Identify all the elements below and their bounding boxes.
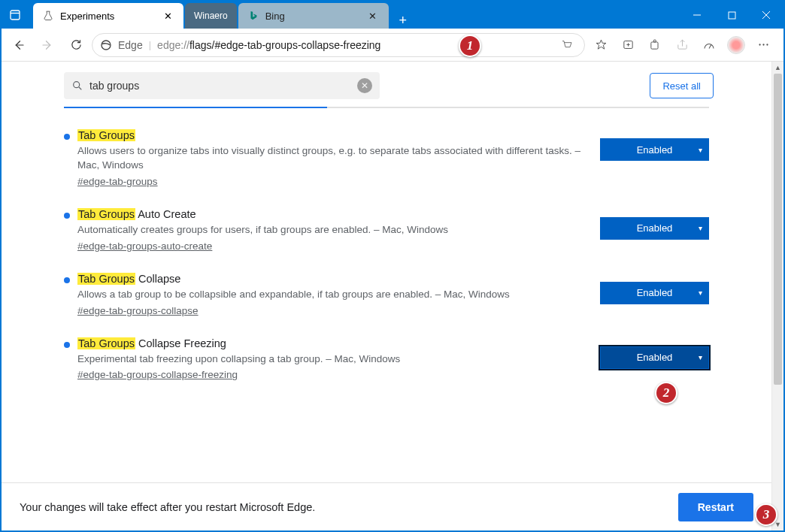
scroll-up-button[interactable]: ▲ [772, 62, 783, 74]
bing-icon [247, 10, 259, 22]
flag-title: Tab Groups [77, 129, 585, 141]
flag-item: Tab Groups Collapse FreezingExperimental… [64, 337, 709, 381]
flask-icon [42, 10, 54, 22]
flag-title: Tab Groups Collapse [77, 273, 585, 285]
tab-indicator [64, 107, 709, 108]
avatar-icon [727, 36, 745, 54]
new-tab-button[interactable]: + [390, 13, 416, 29]
chevron-down-icon: ▾ [699, 146, 702, 154]
flag-title: Tab Groups Collapse Freezing [77, 337, 585, 349]
title-bar: Experiments ✕ Winaero Bing ✕ + [2, 2, 783, 29]
annotation-badge-2: 2 [655, 382, 677, 404]
chevron-down-icon: ▾ [699, 289, 702, 297]
close-icon[interactable]: ✕ [161, 9, 174, 23]
favorites-button[interactable] [588, 32, 614, 58]
tab-actions-button[interactable] [2, 2, 29, 29]
vertical-scrollbar[interactable]: ▲ ▼ [771, 62, 783, 530]
profile-button[interactable] [723, 32, 749, 58]
flag-state-value: Enabled [637, 144, 673, 156]
svg-point-19 [74, 82, 80, 88]
tab-bing[interactable]: Bing ✕ [238, 3, 389, 29]
chevron-down-icon: ▾ [699, 224, 702, 232]
search-bar-row: ✕ Reset all [59, 72, 714, 99]
flag-description: Allows users to organize tabs into visua… [77, 144, 585, 173]
tab-label: Experiments [60, 11, 114, 22]
svg-point-16 [759, 44, 760, 45]
flag-state-value: Enabled [637, 352, 673, 363]
flags-page: ✕ Reset all Tab GroupsAllows users to or… [59, 62, 714, 461]
site-identity-label: Edge [118, 39, 143, 51]
flag-state-value: Enabled [637, 287, 673, 298]
svg-point-9 [102, 41, 111, 50]
svg-rect-4 [729, 12, 735, 19]
modified-indicator-icon [64, 342, 70, 348]
url-text: edge://flags/#edge-tab-groups-collapse-f… [157, 39, 380, 51]
flag-item: Tab Groups Auto CreateAutomatically crea… [64, 208, 709, 252]
flag-state-select[interactable]: Enabled▾ [600, 138, 709, 161]
tab-label: Winaero [194, 11, 228, 21]
flag-title: Tab Groups Auto Create [77, 208, 585, 220]
flag-anchor-link[interactable]: #edge-tab-groups-collapse-freezing [77, 369, 238, 380]
edge-logo-icon [100, 39, 112, 51]
scroll-thumb[interactable] [774, 74, 782, 385]
page-viewport: ✕ Reset all Tab GroupsAllows users to or… [2, 62, 771, 530]
modified-indicator-icon [64, 277, 70, 283]
forward-button[interactable] [35, 32, 60, 58]
annotation-badge-3: 3 [755, 503, 777, 526]
search-icon [71, 80, 83, 92]
svg-line-15 [709, 44, 711, 48]
flag-body: Tab GroupsAllows users to organize tabs … [77, 129, 600, 187]
flag-body: Tab Groups Auto CreateAutomatically crea… [77, 208, 600, 252]
toolbar: Edge | edge://flags/#edge-tab-groups-col… [2, 29, 783, 62]
annotation-badge-1: 1 [459, 35, 481, 57]
flag-item: Tab GroupsAllows users to organize tabs … [64, 129, 709, 187]
maximize-button[interactable] [714, 2, 749, 29]
tab-strip: Experiments ✕ Winaero Bing ✕ + [29, 2, 416, 29]
flag-anchor-link[interactable]: #edge-tab-groups [77, 176, 158, 187]
flag-description: Experimental tab freezing upon collapsin… [77, 352, 585, 367]
minimize-button[interactable] [680, 2, 714, 29]
svg-point-17 [762, 44, 764, 45]
flags-search-box[interactable]: ✕ [64, 72, 380, 99]
restart-button[interactable]: Restart [678, 493, 753, 521]
tab-label: Bing [265, 11, 285, 22]
restart-message: Your changes will take effect after you … [20, 501, 315, 513]
flags-list: Tab GroupsAllows users to organize tabs … [59, 108, 714, 461]
refresh-button[interactable] [63, 32, 89, 58]
close-window-button[interactable] [749, 2, 783, 29]
flag-body: Tab Groups Collapse FreezingExperimental… [77, 337, 600, 381]
performance-button[interactable] [696, 32, 722, 58]
share-button[interactable] [669, 32, 695, 58]
tab-winaero[interactable]: Winaero [185, 3, 237, 29]
flag-state-select[interactable]: Enabled▾ [600, 217, 709, 240]
extensions-button[interactable] [642, 32, 668, 58]
chevron-down-icon: ▾ [699, 353, 702, 361]
close-icon[interactable]: ✕ [366, 9, 380, 23]
flag-description: Allows a tab group to be collapsible and… [77, 288, 585, 302]
content-area: ✕ Reset all Tab GroupsAllows users to or… [2, 62, 783, 530]
flag-state-select[interactable]: Enabled▾ [600, 282, 709, 304]
restart-bar: Your changes will take effect after you … [2, 482, 771, 530]
svg-line-20 [79, 87, 81, 89]
browser-window: Experiments ✕ Winaero Bing ✕ + [0, 0, 785, 532]
svg-point-18 [766, 44, 768, 45]
collections-button[interactable] [615, 32, 641, 58]
shopping-icon[interactable] [557, 35, 577, 55]
reset-all-button[interactable]: Reset all [650, 73, 714, 98]
back-button[interactable] [6, 32, 32, 58]
search-input[interactable] [89, 80, 351, 92]
window-controls [680, 2, 783, 29]
scroll-track[interactable] [772, 74, 783, 518]
clear-search-button[interactable]: ✕ [357, 78, 372, 93]
tab-experiments[interactable]: Experiments ✕ [33, 3, 183, 29]
menu-button[interactable] [750, 32, 776, 58]
flag-anchor-link[interactable]: #edge-tab-groups-auto-create [77, 240, 212, 252]
svg-rect-14 [653, 40, 656, 42]
modified-indicator-icon [64, 134, 70, 140]
flag-state-select[interactable]: Enabled▾ [600, 346, 709, 369]
separator: | [149, 39, 151, 50]
flag-description: Automatically creates groups for users, … [77, 223, 585, 237]
address-bar[interactable]: Edge | edge://flags/#edge-tab-groups-col… [92, 33, 585, 57]
flag-anchor-link[interactable]: #edge-tab-groups-collapse [77, 305, 199, 316]
flag-item: Tab Groups CollapseAllows a tab group to… [64, 273, 709, 316]
